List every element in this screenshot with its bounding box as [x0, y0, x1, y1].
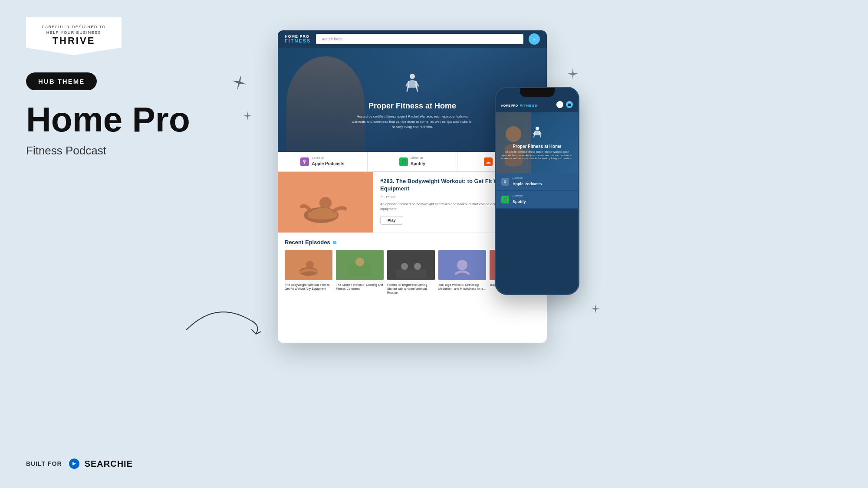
mobile-hero-desc: Hosted by certified fitness expert Rache…	[496, 151, 578, 160]
recent-dot	[333, 241, 336, 244]
apple-podcasts-btn[interactable]: 🎙 Listen on Apple Podcasts	[278, 152, 368, 171]
svg-point-0	[410, 74, 415, 79]
tagline: CAREFULLY DESIGNED TO HELP YOUR BUSINESS	[35, 24, 113, 35]
recent-title: Recent Episodes	[285, 239, 330, 246]
spotify-text: Listen on Spotify	[411, 156, 425, 167]
svg-point-13	[414, 263, 421, 270]
mock-nav-button[interactable]: ≡	[529, 33, 540, 45]
mobile-spotify-icon: 🎵	[501, 196, 509, 203]
svg-point-15	[457, 260, 467, 270]
featured-duration: 15 sec	[385, 195, 396, 199]
mobile-listen-on-2: Listen on	[513, 194, 526, 197]
episode-thumb-1	[285, 250, 332, 280]
mock-logo-line2: FITNESS	[285, 39, 311, 43]
mobile-listen-on-1: Listen on	[513, 177, 542, 179]
mobile-apple-podcasts-text: Listen on Apple Podcasts	[513, 177, 542, 187]
mobile-nav-icon-2[interactable]: ≡	[566, 101, 573, 108]
apple-podcasts-label: Apple Podcasts	[312, 161, 344, 166]
searchie-name: SEARCHIE	[85, 459, 133, 469]
soundcloud-icon: ☁	[484, 157, 493, 166]
mobile-hero-title: Proper Fitness at Home	[496, 144, 578, 149]
spotify-btn[interactable]: 🎵 Listen on Spotify	[368, 152, 457, 171]
play-button[interactable]: Play	[380, 216, 403, 225]
mock-navbar: HOME PRO FITNESS Search here... ≡	[278, 30, 547, 48]
logo-banner: CAREFULLY DESIGNED TO HELP YOUR BUSINESS…	[26, 17, 122, 55]
mock-hero-desc: Hosted by certified fitness expert Rache…	[352, 114, 473, 130]
svg-point-9	[355, 258, 364, 266]
built-for-section: BUILT FOR SEARCHIE	[26, 457, 247, 471]
apple-podcasts-icon: 🎙	[300, 157, 309, 166]
mock-hero-title: Proper Fitness at Home	[352, 102, 473, 111]
brand-name: THRIVE	[35, 35, 113, 46]
featured-thumb	[278, 172, 373, 233]
episode-title-3: Fitness for Beginners: Getting Started w…	[387, 283, 435, 295]
searchie-logo: SEARCHIE	[67, 457, 133, 471]
star-decoration-3	[566, 67, 579, 83]
svg-point-6	[306, 261, 314, 269]
left-panel: CAREFULLY DESIGNED TO HELP YOUR BUSINESS…	[0, 0, 273, 488]
mock-search-placeholder: Search here...	[320, 37, 345, 41]
mobile-hero: Proper Fitness at Home Hosted by certifi…	[496, 112, 578, 173]
svg-point-3	[319, 197, 332, 209]
mobile-hero-icon	[529, 125, 545, 141]
listen-on-label-2: Listen on	[411, 156, 425, 159]
mobile-logo-line2: FITNESS	[520, 104, 538, 108]
mock-hero-icon	[399, 70, 425, 96]
mock-logo: HOME PRO FITNESS	[285, 35, 311, 43]
mobile-hero-content: Proper Fitness at Home Hosted by certifi…	[496, 125, 578, 160]
searchie-icon	[67, 457, 81, 471]
subtitle: Fitness Podcast	[26, 144, 247, 157]
spotify-label: Spotify	[411, 161, 425, 166]
mobile-notch	[520, 88, 555, 97]
episode-card-1[interactable]: The Bodyweight Workout: How to Get Fit W…	[285, 250, 332, 295]
episode-thumb-2	[336, 250, 384, 280]
mobile-spotify-label: Spotify	[513, 200, 526, 204]
star-decoration-4	[590, 304, 601, 317]
mobile-spotify-text: Listen on Spotify	[513, 194, 526, 205]
mobile-apple-podcasts-icon: 🎙	[501, 178, 509, 186]
mock-search-bar[interactable]: Search here...	[316, 34, 523, 44]
episode-title-1: The Bodyweight Workout: How to Get Fit W…	[285, 283, 332, 291]
episode-card-2[interactable]: The Kitchen Workout: Cooking and Fitness…	[336, 250, 384, 295]
episode-title-4: The Yoga Workout: Stretching, Meditation…	[438, 283, 486, 291]
mobile-apple-podcasts-btn[interactable]: 🎙 Listen on Apple Podcasts	[496, 173, 578, 191]
svg-rect-11	[396, 269, 426, 278]
mobile-navbar: HOME PRO FITNESS ≡	[496, 97, 578, 112]
svg-point-20	[536, 127, 539, 130]
built-for-label: BUILT FOR	[26, 460, 62, 467]
episode-card-4[interactable]: The Yoga Workout: Stretching, Meditation…	[438, 250, 486, 295]
svg-point-12	[401, 263, 408, 270]
hub-theme-badge: HUB THEME	[26, 72, 97, 90]
episode-thumb-3	[387, 250, 435, 280]
mobile-nav-icon-1[interactable]	[556, 101, 563, 108]
spotify-icon: 🎵	[399, 157, 408, 166]
apple-podcasts-text: Listen on Apple Podcasts	[312, 156, 344, 167]
mobile-spotify-btn[interactable]: 🎵 Listen on Spotify	[496, 191, 578, 209]
mobile-nav-icons: ≡	[556, 101, 573, 108]
mock-hero-content: Proper Fitness at Home Hosted by certifi…	[317, 70, 508, 130]
episode-title-2: The Kitchen Workout: Cooking and Fitness…	[336, 283, 384, 291]
listen-on-label-1: Listen on	[312, 156, 344, 159]
main-title: Home Pro	[26, 102, 247, 137]
episode-card-3[interactable]: Fitness for Beginners: Getting Started w…	[387, 250, 435, 295]
episode-thumb-4	[438, 250, 486, 280]
mobile-apple-podcasts-label: Apple Podcasts	[513, 182, 542, 186]
